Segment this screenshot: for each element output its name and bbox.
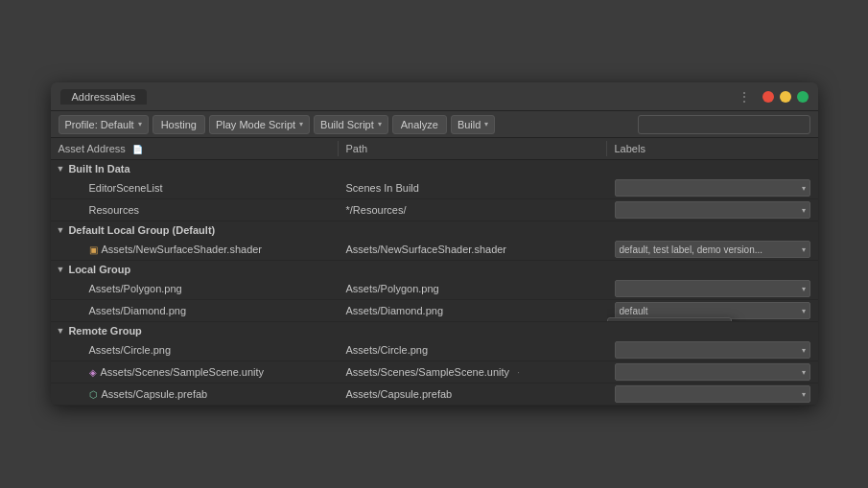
profile-dropdown[interactable]: Profile: Default ▾ bbox=[59, 115, 149, 134]
build-script-arrow: ▾ bbox=[378, 120, 382, 128]
play-mode-script-dropdown[interactable]: Play Mode Script ▾ bbox=[209, 115, 310, 134]
address-cell: ⬡ Assets/Capsule.prefab bbox=[51, 386, 339, 402]
search-input[interactable] bbox=[638, 115, 810, 134]
label-popup-menu: default test label demo version preload bbox=[607, 317, 732, 321]
label-cell: ▾ bbox=[607, 199, 818, 221]
path-cell: Assets/Capsule.prefab bbox=[339, 386, 607, 402]
build-arrow: ▾ bbox=[484, 120, 488, 128]
build-script-dropdown[interactable]: Build Script ▾ bbox=[314, 115, 388, 134]
hosting-button[interactable]: Hosting bbox=[152, 115, 205, 134]
group-local[interactable]: ▼ Local Group bbox=[51, 261, 818, 278]
path-dot: · bbox=[517, 366, 520, 378]
path-cell: */Resources/ bbox=[339, 202, 607, 218]
label-cell: ▾ bbox=[607, 177, 818, 198]
address-cell: EditorSceneList bbox=[51, 180, 339, 196]
group-built-in-data[interactable]: ▼ Built In Data bbox=[51, 160, 818, 177]
table-row: ◈ Assets/Scenes/SampleScene.unity Assets… bbox=[51, 361, 818, 383]
path-cell: Assets/Circle.png bbox=[339, 342, 607, 358]
label-dropdown[interactable]: ▾ bbox=[615, 363, 810, 381]
table-row: Resources */Resources/ ▾ bbox=[51, 199, 818, 221]
group-label: Built In Data bbox=[68, 163, 129, 174]
table-row: ⬡ Assets/Capsule.prefab Assets/Capsule.p… bbox=[51, 383, 818, 406]
shader-icon: ▣ bbox=[89, 244, 98, 255]
window-tab[interactable]: Addressables bbox=[60, 89, 148, 105]
build-dropdown[interactable]: Build ▾ bbox=[451, 115, 495, 134]
label-dropdown-shader[interactable]: default, test label, demo version... ▾ bbox=[615, 241, 810, 258]
table-header: Asset Address 📄 Path Labels bbox=[51, 138, 818, 160]
title-bar: Addressables ⋮ bbox=[51, 82, 818, 111]
label-cell: ▾ bbox=[607, 339, 818, 360]
col-header-path: Path bbox=[339, 141, 607, 156]
profile-arrow: ▾ bbox=[138, 120, 142, 128]
addressables-window: Addressables ⋮ Profile: Default ▾ Hostin… bbox=[51, 82, 818, 406]
dot-red[interactable] bbox=[762, 91, 774, 103]
label-cell: ▾ bbox=[607, 383, 818, 405]
dot-green[interactable] bbox=[797, 91, 809, 103]
label-cell: ▾ bbox=[607, 278, 818, 299]
address-cell: Assets/Circle.png bbox=[51, 342, 339, 358]
col-icon: 📄 bbox=[132, 145, 143, 154]
address-cell: ◈ Assets/Scenes/SampleScene.unity bbox=[51, 364, 339, 380]
col-header-labels: Labels bbox=[607, 141, 818, 156]
label-cell: default ▾ default test label demo versio… bbox=[607, 300, 818, 321]
col-header-address: Asset Address 📄 bbox=[51, 141, 339, 156]
address-cell: ▣ Assets/NewSurfaceShader.shader bbox=[51, 242, 339, 257]
path-cell: Assets/Diamond.png bbox=[339, 303, 607, 318]
dot-yellow[interactable] bbox=[780, 91, 791, 103]
build-label: Build bbox=[457, 119, 481, 130]
group-label: Local Group bbox=[68, 264, 130, 275]
table-row: Assets/Polygon.png Assets/Polygon.png ▾ bbox=[51, 278, 818, 300]
popup-item-default[interactable]: default bbox=[608, 318, 731, 321]
window-menu-button[interactable]: ⋮ bbox=[738, 89, 751, 105]
path-cell: Assets/Polygon.png bbox=[339, 281, 607, 296]
analyze-button[interactable]: Analyze bbox=[392, 115, 447, 134]
label-dropdown[interactable]: ▾ bbox=[615, 385, 810, 403]
label-cell: default, test label, demo version... ▾ bbox=[607, 239, 818, 260]
group-arrow: ▼ bbox=[57, 164, 65, 174]
group-arrow: ▼ bbox=[57, 225, 65, 235]
build-script-label: Build Script bbox=[320, 119, 374, 130]
table-row: Assets/Circle.png Assets/Circle.png ▾ bbox=[51, 339, 818, 361]
path-cell: Assets/Scenes/SampleScene.unity · bbox=[339, 364, 607, 380]
play-mode-arrow: ▾ bbox=[299, 120, 303, 128]
path-cell: Assets/NewSurfaceShader.shader bbox=[339, 242, 607, 257]
profile-label: Profile: Default bbox=[65, 119, 134, 130]
address-cell: Assets/Polygon.png bbox=[51, 281, 339, 296]
label-dropdown[interactable]: ▾ bbox=[615, 341, 810, 359]
path-cell: Scenes In Build bbox=[339, 180, 607, 196]
label-cell: ▾ bbox=[607, 361, 818, 383]
play-mode-label: Play Mode Script bbox=[216, 119, 295, 130]
group-label: Default Local Group (Default) bbox=[68, 224, 215, 236]
group-remote[interactable]: ▼ Remote Group bbox=[51, 322, 818, 339]
label-dropdown[interactable]: ▾ bbox=[615, 179, 810, 197]
group-default-local[interactable]: ▼ Default Local Group (Default) bbox=[51, 221, 818, 239]
table-body: ▼ Built In Data EditorSceneList Scenes I… bbox=[51, 160, 818, 406]
group-arrow: ▼ bbox=[57, 265, 65, 274]
label-dropdown[interactable]: ▾ bbox=[615, 201, 810, 219]
prefab-icon: ⬡ bbox=[89, 389, 98, 400]
group-label: Remote Group bbox=[68, 325, 141, 337]
label-dropdown[interactable]: ▾ bbox=[615, 280, 810, 297]
table-row: ▣ Assets/NewSurfaceShader.shader Assets/… bbox=[51, 239, 818, 261]
audio-icon: ◈ bbox=[89, 367, 97, 378]
table-row: EditorSceneList Scenes In Build ▾ bbox=[51, 177, 818, 199]
title-bar-controls: ⋮ bbox=[738, 89, 809, 105]
address-cell: Assets/Diamond.png bbox=[51, 303, 339, 318]
toolbar: Profile: Default ▾ Hosting Play Mode Scr… bbox=[51, 111, 818, 138]
table-row: Assets/Diamond.png Assets/Diamond.png de… bbox=[51, 300, 818, 322]
group-arrow: ▼ bbox=[57, 326, 65, 336]
address-cell: Resources bbox=[51, 202, 339, 218]
